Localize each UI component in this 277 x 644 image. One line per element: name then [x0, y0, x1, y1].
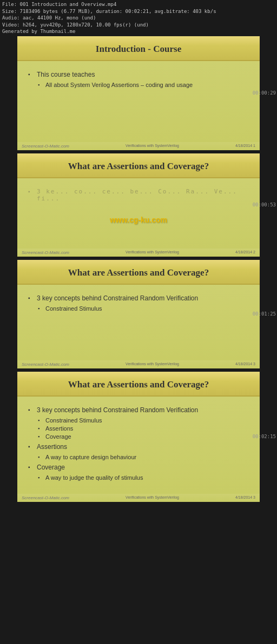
meta-filename: File: 001 Introduction and Overview.mp4	[2, 1, 275, 8]
slide4-sub-icon1b: ▪	[38, 426, 43, 431]
slide4-bullet3: ▪ Coverage	[28, 464, 249, 471]
slide1-screencast: Screencast-O-Matic.com	[22, 144, 69, 149]
slide1-sub-bullet1: ▪ All about System Verilog Assertions – …	[38, 82, 249, 88]
slide4-bullet2: ▪ Assertions	[28, 443, 249, 451]
meta-bar: File: 001 Introduction and Overview.mp4 …	[0, 0, 277, 36]
slide4-header: What are Assertions and Coverage?	[17, 372, 260, 397]
slide3-bullet1: ▪ 3 key concepts behind Constrained Rand…	[28, 294, 249, 302]
slide3-footer-right: 4/18/2014 3	[235, 362, 255, 367]
slide2-wrapper: What are Assertions and Coverage? ▪ 3 ke…	[0, 153, 277, 257]
slide1-bullet1: ▪ This course teaches	[28, 71, 249, 78]
slide4-sub-icon2a: ▪	[38, 454, 43, 460]
slide2-blurred-bullet: ▪ 3 ke... co... ce... be... Co... Ra... …	[28, 188, 249, 202]
slide2-footer-right: 4/18/2014 2	[235, 250, 255, 255]
slide2-header: What are Assertions and Coverage?	[17, 153, 260, 178]
slide1-wrapper: Introduction - Course ▪ This course teac…	[0, 36, 277, 150]
slide4-footer-left: Verifications with SystemVerilog	[126, 495, 179, 500]
slide2-timestamp: 00:00:53	[253, 202, 276, 207]
slide2-screencast: Screencast-O-Matic.com	[22, 250, 69, 255]
slide3-footer: Screencast-O-Matic.com Verifications wit…	[17, 360, 260, 368]
slide4-sub-icon1c: ▪	[38, 434, 43, 439]
slide2-bullet-icon: ▪	[28, 189, 35, 194]
cg-watermark: www.cg-ku.com	[110, 216, 167, 224]
slide4-screencast: Screencast-O-Matic.com	[22, 495, 69, 500]
slide4-bullet-icon3: ▪	[28, 464, 35, 470]
slide4-footer-right: 4/18/2014 3	[235, 495, 255, 500]
slide3-body: ▪ 3 key concepts behind Constrained Rand…	[17, 285, 260, 360]
slide4-sub1c: ▪ Coverage	[38, 433, 249, 440]
slide1-header: Introduction - Course	[17, 36, 260, 61]
slide4-body: ▪ 3 key concepts behind Constrained Rand…	[17, 397, 260, 494]
slide1-footer-right: 4/18/2014 1	[235, 144, 255, 149]
slide2-title: What are Assertions and Coverage?	[23, 161, 254, 172]
bullet-icon1: ▪	[28, 71, 35, 77]
slide2-footer-left: Verifications with SystemVerilog	[126, 250, 179, 255]
slide4-timestamp: 00:02:15	[253, 434, 276, 439]
slide2: What are Assertions and Coverage? ▪ 3 ke…	[17, 153, 260, 257]
sub-bullet-icon1: ▪	[38, 82, 43, 88]
meta-generated: Generated by Thumbnail.me	[2, 28, 275, 35]
slide3-wrapper: What are Assertions and Coverage? ▪ 3 ke…	[0, 260, 277, 368]
slide4-sub3a: ▪ A way to judge the quality of stimulus	[38, 474, 249, 481]
slide3-header: What are Assertions and Coverage?	[17, 260, 260, 285]
slide3-timestamp: 00:01:25	[253, 311, 276, 317]
slide1-footer: Screencast-O-Matic.com Verifications wit…	[17, 142, 260, 150]
slide4-bullet1: ▪ 3 key concepts behind Constrained Rand…	[28, 406, 249, 414]
slide4-sub1a: ▪ Constrained Stimulus	[38, 417, 249, 424]
slide3-sub1: ▪ Constrained Stimulus	[38, 305, 249, 312]
slide2-footer: Screencast-O-Matic.com Verifications wit…	[17, 249, 260, 257]
slide3: What are Assertions and Coverage? ▪ 3 ke…	[17, 260, 260, 368]
slide1-body: ▪ This course teaches ▪ All about System…	[17, 61, 260, 142]
slide4: What are Assertions and Coverage? ▪ 3 ke…	[17, 372, 260, 502]
slide2-blurred-text: 3 ke... co... ce... be... Co... Ra... Ve…	[37, 188, 249, 202]
slide1-timestamp: 00:00:29	[253, 90, 276, 96]
slide3-footer-left: Verifications with SystemVerilog	[126, 362, 179, 367]
slide1-footer-left: Verifications with SystemVerilog	[126, 144, 179, 149]
slide1: Introduction - Course ▪ This course teac…	[17, 36, 260, 150]
slide4-sub1b: ▪ Assertions	[38, 425, 249, 432]
slide4-wrapper: What are Assertions and Coverage? ▪ 3 ke…	[0, 372, 277, 502]
meta-video: Video: h264, yuv420p, 1280x720, 10.00 fp…	[2, 22, 275, 29]
slide2-body: ▪ 3 ke... co... ce... be... Co... Ra... …	[17, 178, 260, 249]
meta-size: Size: 7183496 bytes (6.77 MiB), duration…	[2, 8, 275, 15]
slide1-title: Introduction - Course	[23, 44, 254, 55]
slide4-bullet-icon1: ▪	[28, 407, 35, 413]
slide3-bullet-icon1: ▪	[28, 295, 35, 301]
slide4-title: What are Assertions and Coverage?	[23, 379, 254, 390]
slide4-sub-icon1a: ▪	[38, 418, 43, 423]
slide4-bullet-icon2: ▪	[28, 444, 35, 450]
slide4-sub2a: ▪ A way to capture design behaviour	[38, 454, 249, 460]
slide4-sub-icon3a: ▪	[38, 475, 43, 480]
slide3-screencast: Screencast-O-Matic.com	[22, 362, 69, 367]
slide3-title: What are Assertions and Coverage?	[23, 267, 254, 278]
meta-audio: Audio: aac, 44100 Hz, mono (und)	[2, 15, 275, 22]
slide3-sub-icon1: ▪	[38, 306, 43, 311]
slide4-footer: Screencast-O-Matic.com Verifications wit…	[17, 494, 260, 502]
